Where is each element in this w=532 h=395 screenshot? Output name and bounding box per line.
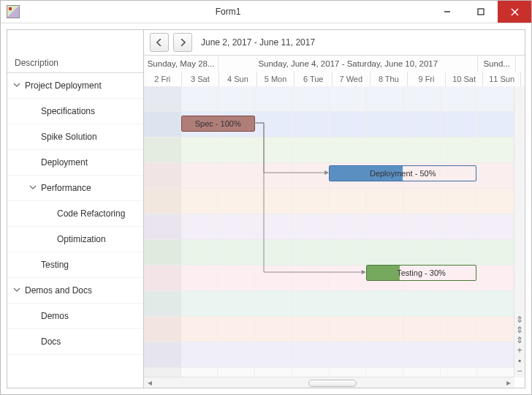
gantt-cell xyxy=(441,240,478,265)
gantt-cell xyxy=(292,240,330,265)
tree-row[interactable]: Demos xyxy=(7,304,143,329)
gantt-cell xyxy=(144,163,181,188)
gantt-cell xyxy=(144,240,181,265)
gantt-cell xyxy=(255,214,292,239)
gantt-cell xyxy=(403,112,441,137)
scroll-right-icon[interactable]: ▸ xyxy=(503,377,514,388)
vertical-scroll-strip[interactable]: ⇕ ⇕ ⇕ + ▪ − xyxy=(514,86,525,377)
day-header: 10 Sat xyxy=(446,72,484,86)
week-group: Sunday, May 28... xyxy=(144,56,218,72)
gantt-cell xyxy=(292,189,330,214)
gantt-grid[interactable]: Spec - 100%Deployment - 50%Testing - 30% xyxy=(144,86,514,377)
tree-row[interactable]: Specifications xyxy=(7,99,143,124)
gantt-cell xyxy=(292,86,330,111)
tree-row-label: Testing xyxy=(41,260,69,270)
zoom-out-icon[interactable]: − xyxy=(516,367,523,375)
maximize-button[interactable] xyxy=(464,1,498,23)
scheduler-toolbar: June 2, 2017 - June 11, 2017 xyxy=(144,30,525,56)
gantt-cell xyxy=(403,240,441,265)
expand-glyph-icon[interactable]: ⇕ xyxy=(516,316,523,323)
gantt-cell xyxy=(292,214,330,239)
chevron-right-icon xyxy=(180,39,186,46)
gantt-row[interactable] xyxy=(144,240,514,266)
gantt-bar-test[interactable]: Testing - 30% xyxy=(366,265,477,281)
gantt-row[interactable] xyxy=(144,291,514,317)
description-panel: Description Project DeploymentSpecificat… xyxy=(7,29,144,388)
gantt-cell xyxy=(181,266,218,290)
gantt-bar-spec[interactable]: Spec - 100% xyxy=(181,116,255,132)
gantt-cell xyxy=(144,317,181,342)
expand-glyph-icon[interactable]: ⇕ xyxy=(516,336,523,344)
tree-row[interactable]: Performance xyxy=(7,176,143,201)
tree-row[interactable]: Demos and Docs xyxy=(7,278,143,304)
window: Form1 Description Project DeploymentSpec… xyxy=(0,0,532,395)
horizontal-scrollbar[interactable]: ◂ ▸ xyxy=(144,377,514,388)
gantt-cell xyxy=(366,240,403,265)
gantt-cell xyxy=(366,214,403,239)
gantt-cell xyxy=(403,214,441,239)
gantt-row[interactable] xyxy=(144,214,514,240)
gantt-cell xyxy=(403,291,441,316)
client-area: Description Project DeploymentSpecificat… xyxy=(1,23,531,394)
zoom-in-icon[interactable]: + xyxy=(516,347,523,354)
gantt-bar-depl[interactable]: Deployment - 50% xyxy=(329,165,476,181)
gantt-cell xyxy=(255,240,292,265)
gantt-cell xyxy=(218,189,255,214)
tree-row[interactable]: Testing xyxy=(7,252,143,278)
description-header: Description xyxy=(7,30,143,73)
gantt-bar-label: Testing - 30% xyxy=(367,268,476,277)
gantt-cell xyxy=(144,291,181,316)
tree-row[interactable]: Deployment xyxy=(7,150,143,176)
gantt-cell xyxy=(255,112,292,137)
tree-row[interactable]: Optimization xyxy=(7,227,143,252)
gantt-cell xyxy=(255,138,292,162)
gantt-cell xyxy=(144,342,181,367)
chevron-down-icon[interactable] xyxy=(13,81,22,90)
day-header: 6 Tue xyxy=(294,72,332,86)
tree-row[interactable]: Code Refactoring xyxy=(7,201,143,227)
gantt-cell xyxy=(441,317,478,342)
tree-row-label: Demos and Docs xyxy=(25,285,92,296)
gantt-row[interactable] xyxy=(144,189,514,214)
task-tree[interactable]: Project DeploymentSpecificationsSpike So… xyxy=(7,73,143,388)
gantt-row[interactable] xyxy=(144,86,514,112)
gantt-cell xyxy=(366,112,403,137)
visible-range-label: June 2, 2017 - June 11, 2017 xyxy=(201,37,315,48)
gantt-cell xyxy=(330,342,367,367)
gantt-cell xyxy=(330,112,367,137)
gantt-cell xyxy=(255,291,292,316)
close-icon xyxy=(511,8,519,16)
gantt-cell xyxy=(255,163,292,188)
gantt-row[interactable] xyxy=(144,342,514,368)
gantt-row[interactable] xyxy=(144,317,514,342)
gantt-cell xyxy=(218,86,255,111)
day-header: 5 Mon xyxy=(257,72,295,86)
svg-rect-1 xyxy=(478,9,484,15)
expand-glyph-icon[interactable]: ⇕ xyxy=(516,326,523,334)
scroll-thumb[interactable] xyxy=(308,380,357,387)
gantt-cell xyxy=(181,342,218,367)
gantt-cell xyxy=(181,163,218,188)
tree-row[interactable]: Spike Solution xyxy=(7,124,143,150)
day-header: 7 Wed xyxy=(332,72,370,86)
gantt-cell xyxy=(366,86,403,111)
gantt-cell xyxy=(292,317,330,342)
minimize-button[interactable] xyxy=(430,1,464,23)
scroll-track[interactable] xyxy=(156,380,503,385)
zoom-grip-icon[interactable]: ▪ xyxy=(516,357,523,364)
close-button[interactable] xyxy=(498,1,531,23)
tree-row[interactable]: Project Deployment xyxy=(7,73,143,99)
gantt-row[interactable] xyxy=(144,138,514,163)
gantt-cell xyxy=(403,189,441,214)
gantt-cell xyxy=(255,317,292,342)
chevron-down-icon[interactable] xyxy=(29,184,38,192)
gantt-cell xyxy=(292,138,330,162)
scroll-left-icon[interactable]: ◂ xyxy=(144,377,156,388)
previous-range-button[interactable] xyxy=(150,33,169,52)
chevron-down-icon[interactable] xyxy=(13,286,22,295)
day-header: 2 Fri xyxy=(144,72,182,86)
next-range-button[interactable] xyxy=(173,33,192,52)
tree-row[interactable]: Docs xyxy=(7,329,143,355)
day-header: 9 Fri xyxy=(408,72,446,86)
gantt-cell xyxy=(441,112,478,137)
